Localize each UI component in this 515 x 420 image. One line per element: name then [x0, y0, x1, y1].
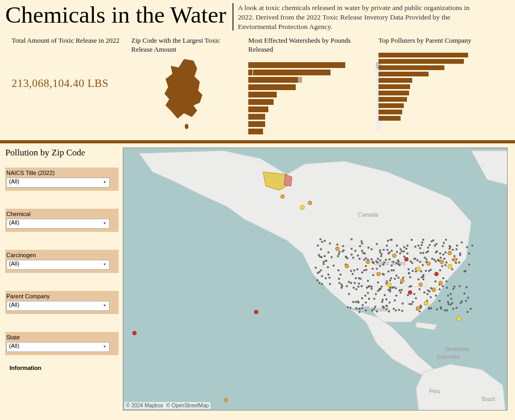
info-heading: Information: [5, 365, 119, 371]
bar[interactable]: [378, 103, 404, 108]
map-label-brazil: Brazil: [482, 396, 495, 402]
bar[interactable]: [378, 110, 402, 114]
filter-label: State: [6, 334, 115, 340]
chemical-select[interactable]: (All): [6, 219, 110, 229]
state-select[interactable]: (All): [6, 342, 110, 352]
filter-chemical: Chemical (All): [5, 209, 119, 232]
map-label-peru: Peru: [429, 388, 440, 394]
parent-select[interactable]: (All): [6, 301, 110, 311]
bar[interactable]: [248, 99, 274, 105]
filter-carcinogen: Carcinogen (All): [5, 250, 119, 273]
carcinogen-select[interactable]: (All): [6, 260, 110, 270]
page-title: Chemicals in the Water: [5, 2, 232, 28]
bar[interactable]: [378, 65, 444, 70]
kpi-value: 213,068,104.40 LBS: [12, 77, 127, 90]
polluters-title: Top Polluters by Parent Company: [378, 36, 510, 45]
polluters-chart[interactable]: [378, 48, 510, 121]
map-label-us: United States: [374, 260, 405, 266]
sidebar: Pollution by Zip Code NAICS Title (2022)…: [5, 148, 119, 411]
title-divider: [232, 3, 234, 31]
bar[interactable]: [378, 53, 468, 57]
bar[interactable]: [248, 84, 296, 90]
bar[interactable]: [248, 92, 277, 97]
zip-title: Zip Code with the Largest Toxic Release …: [131, 36, 226, 54]
bar[interactable]: [248, 70, 331, 75]
filter-label: Chemical: [6, 211, 115, 217]
map-label-canada: Canada: [358, 211, 378, 218]
bar[interactable]: [248, 62, 345, 68]
bar[interactable]: [378, 97, 407, 102]
bar[interactable]: [248, 114, 265, 120]
bar[interactable]: [378, 84, 410, 89]
map-label-venezuela: Venezuela: [445, 346, 470, 352]
filter-state: State (All): [5, 332, 119, 355]
page-subtitle: A look at toxic chemicals released in wa…: [238, 2, 485, 32]
bar[interactable]: [378, 78, 412, 83]
map[interactable]: Canada United States Mexico Venezuela Co…: [123, 148, 508, 411]
section-title: Pollution by Zip Code: [5, 148, 119, 158]
watersheds-title: Most Effected Watersheds by Pounds Relea…: [248, 36, 354, 54]
bar[interactable]: [378, 116, 401, 121]
watersheds-panel: Most Effected Watersheds by Pounds Relea…: [248, 36, 374, 136]
bar[interactable]: [378, 59, 464, 64]
naics-select[interactable]: (All): [6, 178, 110, 188]
filter-parent: Parent Company (All): [5, 291, 119, 314]
polluters-panel: Top Polluters by Parent Company: [378, 36, 510, 136]
filter-naics: NAICS Title (2022) (All): [5, 168, 119, 191]
filter-label: NAICS Title (2022): [6, 170, 115, 176]
svg-point-0: [185, 124, 189, 129]
zip-shape-icon: [163, 58, 210, 132]
bar[interactable]: [378, 91, 409, 95]
bar[interactable]: [248, 129, 263, 134]
filter-label: Carcinogen: [6, 252, 115, 258]
kpi-panel: Total Amount of Toxic Release in 2022 21…: [12, 36, 127, 136]
bar[interactable]: [248, 121, 265, 127]
bar[interactable]: [248, 106, 268, 112]
watersheds-chart[interactable]: [248, 57, 374, 134]
kpi-title: Total Amount of Toxic Release in 2022: [12, 36, 127, 45]
map-attribution: © 2024 Mapbox © OpenStreetMap: [124, 402, 210, 409]
filter-label: Parent Company: [6, 293, 115, 299]
zip-panel: Zip Code with the Largest Toxic Release …: [131, 36, 244, 136]
map-label-colombia: Colombia: [437, 354, 460, 360]
bar[interactable]: [378, 72, 429, 76]
bar[interactable]: [248, 77, 298, 83]
section-rule: [0, 140, 515, 143]
